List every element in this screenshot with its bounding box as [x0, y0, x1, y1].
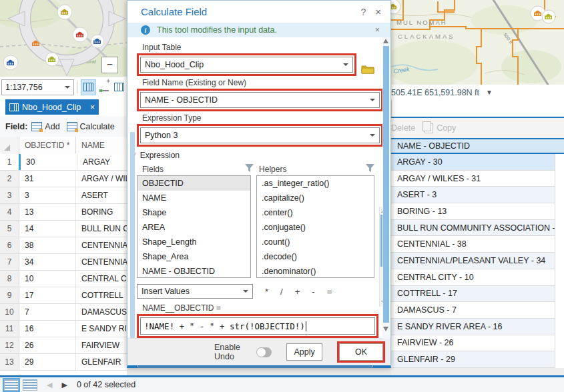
column-cell[interactable]: CENTENNIAL - 38	[391, 236, 555, 253]
column-cell[interactable]: ARGAY - 30	[391, 154, 555, 171]
enable-undo-toggle[interactable]	[256, 347, 272, 357]
row-number-cell[interactable]: 5	[0, 221, 19, 237]
add-data-tool-button[interactable]	[81, 79, 96, 95]
grid-tool-button[interactable]	[112, 80, 126, 95]
last-record-button[interactable]: ▶	[61, 381, 67, 389]
objectid-cell[interactable]: 29	[19, 354, 76, 370]
scroll-up-icon[interactable]	[383, 39, 388, 43]
objectid-cell[interactable]: 26	[19, 337, 76, 353]
column-cell[interactable]: E SANDY RIVER AREA - 16	[391, 319, 555, 335]
form-view-button[interactable]	[23, 379, 37, 391]
table-row[interactable]: 11 16 E SANDY RIVER AREA	[0, 321, 127, 337]
table-row[interactable]: 9 17 COTTRELL	[0, 287, 127, 304]
table-row[interactable]: 5 14 BULL RUN COMMUNITY ASSOCIATION	[0, 221, 127, 237]
field-list-item[interactable]: NAME	[137, 191, 250, 205]
objectid-cell[interactable]: 13	[19, 204, 76, 220]
row-number-cell[interactable]: 9	[0, 287, 19, 303]
coordinate-bar[interactable]: 505.41E 651,591.98N ft ▼	[391, 85, 564, 101]
row-selector-header[interactable]	[0, 137, 19, 154]
helper-list-item[interactable]: .decode()	[257, 249, 374, 264]
helper-list-item[interactable]: .center()	[257, 205, 374, 220]
row-number-cell[interactable]: 10	[0, 304, 19, 320]
table-view-button[interactable]	[4, 379, 19, 391]
field-list-item[interactable]: NAME - OBJECTID	[137, 264, 250, 278]
scrollbar-thumb[interactable]	[383, 46, 389, 323]
field-list-item[interactable]: AREA	[137, 220, 250, 235]
column-cell[interactable]: DAMASCUS - 7	[391, 302, 555, 319]
objectid-cell[interactable]: 17	[19, 287, 76, 303]
close-icon[interactable]: ×	[374, 6, 390, 17]
table-row[interactable]: 13 29 GLENFAIR	[0, 354, 127, 371]
dialog-title-bar[interactable]: Calculate Field ? ×	[127, 1, 390, 23]
name-cell[interactable]: ARGAY / WILKES	[76, 171, 127, 187]
helpers-filter-icon[interactable]	[366, 164, 374, 174]
objectid-cell[interactable]: 31	[19, 171, 76, 187]
right-map-view[interactable]: 500 ft MUL NOMAH CLACKAMAS Creek	[391, 0, 564, 85]
first-record-button[interactable]: ◀	[47, 381, 52, 389]
operator-minus-button[interactable]: -	[312, 287, 314, 297]
row-number-cell[interactable]: 12	[0, 337, 19, 353]
name-cell[interactable]: BULL RUN COMMUNITY ASSOCIATION	[76, 221, 127, 237]
column-cell[interactable]: FAIRVIEW - 26	[391, 335, 555, 352]
edit-vertices-tool-button[interactable]	[97, 80, 111, 95]
column-cell[interactable]: CENTRAL CITY - 10	[391, 269, 555, 286]
browse-folder-button[interactable]	[361, 63, 374, 76]
row-number-cell[interactable]: 13	[0, 354, 19, 370]
name-cell[interactable]: CENTENNIAL	[76, 237, 127, 253]
table-row[interactable]: 12 26 FAIRVIEW	[0, 337, 127, 354]
objectid-cell[interactable]: 34	[19, 254, 76, 270]
name-cell[interactable]: E SANDY RIVER AREA	[76, 321, 127, 337]
objectid-cell[interactable]: 38	[19, 237, 76, 253]
copy-button[interactable]: Copy	[437, 123, 456, 133]
helpers-list[interactable]: .as_integer_ratio().capitalize().center(…	[256, 175, 374, 278]
dialog-scrollbar[interactable]	[382, 37, 390, 339]
add-field-button[interactable]: Add	[31, 122, 59, 131]
helper-list-item[interactable]: .conjugate()	[257, 220, 374, 235]
insert-values-dropdown[interactable]: Insert Values	[137, 284, 253, 299]
fields-list[interactable]: OBJECTIDNAMEShapeAREAShape_LengthShape_A…	[137, 175, 251, 278]
column-header-objectid[interactable]: OBJECTID *	[19, 137, 76, 154]
table-row[interactable]: 3 3 ASERT	[0, 187, 127, 204]
column-cell[interactable]: GLENFAIR - 29	[391, 351, 555, 368]
tab-nbo-hood-clip[interactable]: Nbo_Hood_Clip ×	[5, 99, 99, 115]
fields-filter-icon[interactable]	[245, 164, 254, 174]
row-number-cell[interactable]: 1	[0, 154, 21, 170]
column-cell[interactable]: COTTRELL - 17	[391, 286, 555, 303]
objectid-cell[interactable]: 7	[19, 304, 76, 320]
map-scale-dropdown[interactable]: 1:137,756	[1, 79, 74, 95]
input-table-dropdown[interactable]: Nbo_Hood_Clip	[140, 57, 353, 73]
row-number-cell[interactable]: 6	[0, 237, 19, 253]
objectid-cell[interactable]: 30	[21, 154, 77, 170]
field-list-item[interactable]: OBJECTID	[137, 176, 250, 191]
table-row[interactable]: 4 13 BORING	[0, 204, 127, 221]
delete-field-button[interactable]: Delete	[391, 123, 415, 133]
column-cell[interactable]: CENTENNIAL/PLEASANT VALLEY - 34	[391, 253, 555, 269]
field-list-item[interactable]: Shape	[137, 205, 250, 220]
row-number-cell[interactable]: 11	[0, 321, 19, 337]
name-cell[interactable]: BORING	[76, 204, 127, 220]
ok-button[interactable]: OK	[339, 343, 383, 361]
calculate-field-button[interactable]: Calculate	[67, 122, 115, 131]
objectid-cell[interactable]: 3	[19, 187, 76, 203]
helper-list-item[interactable]: .as_integer_ratio()	[257, 176, 374, 191]
name-cell[interactable]: ARGAY	[77, 154, 127, 170]
table-row[interactable]: 8 10 CENTRAL CITY	[0, 271, 127, 287]
banner-close-icon[interactable]: ×	[375, 25, 390, 35]
column-cell[interactable]: BULL RUN COMMUNITY ASSOCIATION - 14	[391, 220, 555, 237]
name-cell[interactable]: ASERT	[76, 187, 127, 203]
operator-plus-button[interactable]: +	[295, 287, 300, 297]
name-cell[interactable]: COTTRELL	[76, 287, 127, 303]
helper-list-item[interactable]: .denominator()	[257, 264, 374, 278]
table-row[interactable]: 2 31 ARGAY / WILKES	[0, 171, 127, 187]
close-icon[interactable]: ×	[90, 103, 95, 112]
expression-input[interactable]: !NAME! + " - " + str(!OBJECTID!)	[140, 317, 375, 335]
name-cell[interactable]: CENTRAL CITY	[76, 271, 127, 287]
help-icon[interactable]: ?	[352, 7, 374, 17]
row-number-cell[interactable]: 7	[0, 254, 19, 270]
table-row[interactable]: 6 38 CENTENNIAL	[0, 237, 127, 254]
operator-equals-button[interactable]: =	[327, 287, 332, 297]
row-number-cell[interactable]: 8	[0, 271, 19, 287]
column-cell[interactable]: BORING - 13	[391, 203, 555, 220]
field-name-dropdown[interactable]: NAME - OBJECTID	[140, 92, 380, 108]
name-cell[interactable]: FAIRVIEW	[76, 337, 127, 353]
